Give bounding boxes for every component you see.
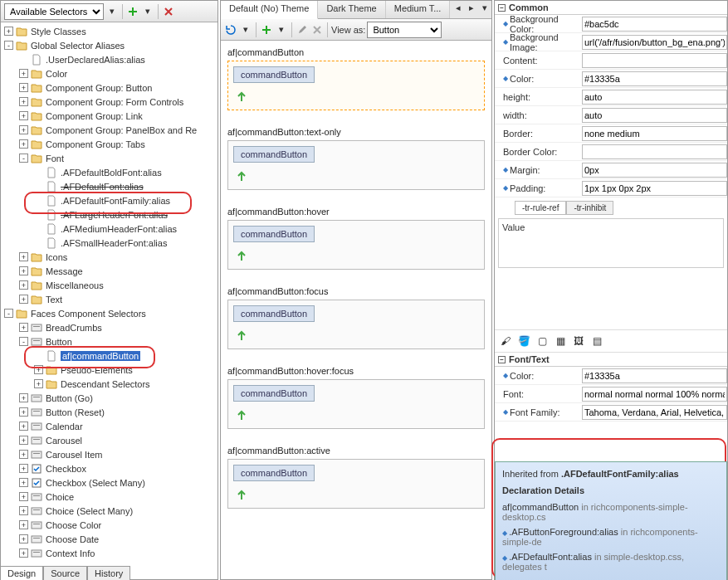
add-dropdown-icon[interactable]: ▾ xyxy=(141,5,154,18)
add2-icon[interactable] xyxy=(260,23,273,37)
tree-label[interactable]: Checkbox (Select Many) xyxy=(46,478,145,488)
tree-node[interactable]: +Carousel xyxy=(1,433,217,447)
tree-twisty[interactable]: + xyxy=(19,280,28,290)
tree-label[interactable]: Component Group: Form Controls xyxy=(46,97,183,107)
tree-label[interactable]: Font xyxy=(46,154,64,163)
tree-label[interactable]: Miscellaneous xyxy=(46,280,104,290)
property-input[interactable] xyxy=(582,17,727,32)
selector-tree[interactable]: +Style Classes-Global Selector Aliases .… xyxy=(1,22,217,579)
tab-prev-icon[interactable]: ◂ xyxy=(452,1,465,14)
tree-twisty[interactable]: + xyxy=(19,266,28,275)
collapse-icon[interactable]: − xyxy=(498,4,506,12)
add-icon[interactable] xyxy=(126,5,139,18)
tree-node[interactable]: +Component Group: Link xyxy=(1,109,217,123)
delete2-icon[interactable] xyxy=(310,23,324,37)
theme-tab[interactable]: Dark Theme xyxy=(318,1,385,18)
cat-layout-icon[interactable]: ▦ xyxy=(553,334,568,348)
tree-node[interactable]: -Global Selector Aliases xyxy=(1,38,217,52)
tree-twisty[interactable]: + xyxy=(19,436,28,445)
theme-tab[interactable]: Default (No) Theme xyxy=(221,1,318,19)
common-section-header[interactable]: − Common xyxy=(495,1,727,15)
tree-node[interactable]: .UserDeclaredAlias:alias xyxy=(1,52,217,66)
tree-node[interactable]: +Style Classes xyxy=(1,24,217,38)
tree-twisty[interactable]: + xyxy=(19,69,28,78)
tree-label[interactable]: Color xyxy=(46,69,67,79)
tree-node[interactable]: +Button (Go) xyxy=(1,391,217,405)
tree-node[interactable]: .AFMediumHeaderFont:alias xyxy=(1,222,217,236)
tree-node[interactable]: +Component Group: PanelBox and Re xyxy=(1,123,217,137)
tree-node[interactable]: .AFDefaultFontFamily:alias xyxy=(1,193,217,207)
tree-node[interactable]: +Button (Reset) xyxy=(1,405,217,419)
tree-label[interactable]: .AFLargeHeaderFont:alias xyxy=(61,210,168,220)
tree-twisty[interactable]: - xyxy=(4,309,13,318)
view-as-dropdown[interactable]: Button xyxy=(367,22,442,38)
tree-node[interactable]: +Checkbox xyxy=(1,461,217,475)
tree-label[interactable]: Context Info xyxy=(46,548,95,558)
tree-label[interactable]: Icons xyxy=(46,252,67,262)
add2-dropdown-icon[interactable]: ▾ xyxy=(275,23,288,37)
property-input[interactable] xyxy=(582,405,727,420)
property-input[interactable] xyxy=(582,163,727,178)
tree-node[interactable]: +Color xyxy=(1,66,217,80)
tree-label[interactable]: .UserDeclaredAlias:alias xyxy=(46,55,145,65)
tree-node[interactable]: +Choice (Select Many) xyxy=(1,504,217,518)
tree-label[interactable]: .AFMediumHeaderFont:alias xyxy=(61,224,177,234)
tree-node[interactable]: +Calendar xyxy=(1,419,217,433)
tr-rule-ref-tab[interactable]: -tr-rule-ref xyxy=(515,201,566,215)
tree-label[interactable]: Choose Date xyxy=(46,534,99,544)
tree-label[interactable]: Descendant Selectors xyxy=(61,379,150,389)
tree-node[interactable]: +Context Info xyxy=(1,546,217,560)
tree-node[interactable]: +Choose Date xyxy=(1,532,217,546)
command-button-preview[interactable]: commandButton xyxy=(233,226,315,242)
cat-box-icon[interactable]: ▢ xyxy=(535,334,550,348)
tree-label[interactable]: Component Group: Tabs xyxy=(46,139,145,149)
tree-label[interactable]: Button (Go) xyxy=(46,393,93,403)
tree-node[interactable]: .AFLargeHeaderFont:alias xyxy=(1,207,217,222)
tree-twisty[interactable]: - xyxy=(19,337,28,346)
property-input[interactable] xyxy=(582,126,727,141)
refresh-icon[interactable] xyxy=(224,23,237,37)
tree-label[interactable]: Component Group: Button xyxy=(46,83,152,93)
property-input[interactable] xyxy=(582,71,727,86)
fonttext-section-header[interactable]: − Font/Text xyxy=(495,353,727,367)
property-input[interactable] xyxy=(582,35,727,50)
property-input[interactable] xyxy=(582,181,727,196)
tree-twisty[interactable]: + xyxy=(19,83,28,92)
tree-twisty[interactable]: + xyxy=(4,27,13,36)
tree-twisty[interactable]: + xyxy=(34,379,43,388)
property-input[interactable] xyxy=(582,108,727,123)
tree-node[interactable]: +Component Group: Tabs xyxy=(1,137,217,151)
tree-twisty[interactable]: + xyxy=(34,365,43,374)
tree-twisty[interactable]: + xyxy=(19,139,28,149)
tree-node[interactable]: .AFSmallHeaderFont:alias xyxy=(1,236,217,250)
tree-label[interactable]: Button (Reset) xyxy=(46,407,105,417)
property-input[interactable] xyxy=(582,90,727,105)
tree-node[interactable]: +Choice xyxy=(1,490,217,504)
cat-image-icon[interactable]: 🖼 xyxy=(571,334,586,348)
tree-node[interactable]: +Miscellaneous xyxy=(1,278,217,292)
tree-label[interactable]: Text xyxy=(46,295,62,305)
tree-node[interactable]: +Text xyxy=(1,292,217,306)
tree-node[interactable]: +Choose Color xyxy=(1,518,217,532)
dropdown-arrow-icon[interactable]: ▾ xyxy=(105,5,119,18)
tree-node[interactable]: +Carousel Item xyxy=(1,447,217,461)
tree-twisty[interactable]: + xyxy=(19,97,28,106)
tree-label[interactable]: BreadCrumbs xyxy=(46,323,102,333)
tree-twisty[interactable]: + xyxy=(19,252,28,261)
tree-label[interactable]: Checkbox xyxy=(46,464,86,474)
tree-twisty[interactable]: + xyxy=(19,506,28,515)
tree-twisty[interactable]: + xyxy=(19,492,28,501)
tree-node[interactable]: +Component Group: Button xyxy=(1,80,217,95)
tree-twisty[interactable]: - xyxy=(4,41,13,50)
tree-twisty[interactable]: + xyxy=(19,125,28,134)
delete-icon[interactable] xyxy=(162,5,175,18)
tree-label[interactable]: Carousel Item xyxy=(46,450,102,460)
tree-twisty[interactable]: + xyxy=(19,520,28,529)
cat-table-icon[interactable]: ▤ xyxy=(589,334,604,348)
tree-label[interactable]: Faces Component Selectors xyxy=(31,309,146,319)
tree-twisty[interactable]: + xyxy=(19,534,28,543)
tree-twisty[interactable]: + xyxy=(19,464,28,473)
tree-node[interactable]: -Faces Component Selectors xyxy=(1,306,217,320)
tree-label[interactable]: .AFDefaultFontFamily:alias xyxy=(61,196,170,206)
tree-label[interactable]: Choice (Select Many) xyxy=(46,506,133,516)
